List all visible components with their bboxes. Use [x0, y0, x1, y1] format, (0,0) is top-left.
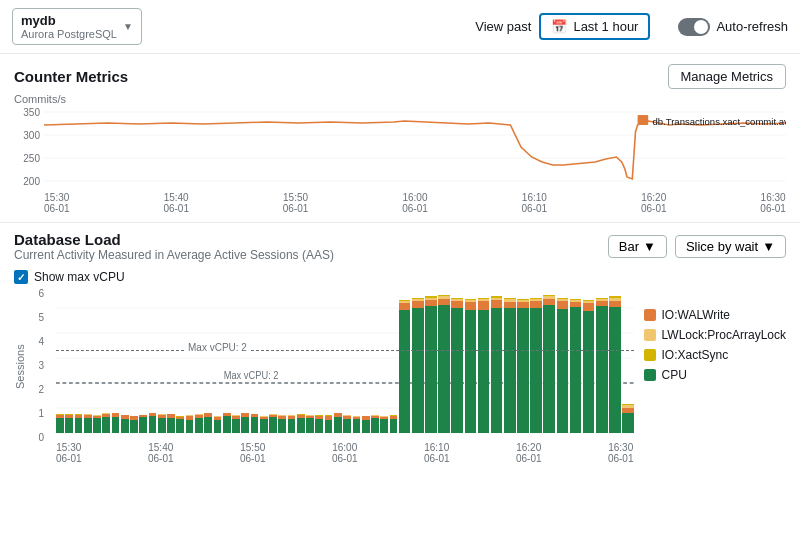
svg-rect-4	[638, 115, 649, 125]
bar-group	[241, 413, 249, 433]
bar-group	[557, 298, 569, 433]
bar-cpu	[93, 418, 101, 433]
bar-cpu	[517, 308, 529, 433]
db-load-title: Database Load	[14, 231, 334, 248]
bar-group	[399, 300, 411, 433]
bar-cpu	[543, 305, 555, 433]
bar-group	[214, 416, 222, 433]
auto-refresh-toggle[interactable]	[678, 18, 710, 36]
bar-cpu	[380, 419, 388, 433]
counter-chart-svg: db.Transactions.xact_commit.avg	[44, 107, 786, 187]
bar-cpu	[130, 420, 138, 433]
bar-cpu	[583, 311, 595, 433]
load-x-1550: 15:5006-01	[240, 442, 266, 464]
bar-cpu	[570, 307, 582, 433]
bar-cpu	[158, 418, 166, 433]
legend-color-iowalwrite	[644, 309, 656, 321]
bar-group	[380, 416, 388, 433]
bar-group	[186, 415, 194, 433]
x-tick-1630: 16:3006-01	[760, 192, 786, 214]
bar-wal	[412, 301, 424, 308]
checkmark-icon: ✓	[17, 272, 25, 283]
bar-cpu	[306, 418, 314, 433]
bar-cpu	[297, 418, 305, 433]
legend-lwlock: LWLock:ProcArrayLock	[644, 328, 786, 342]
x-tick-1620: 16:2006-01	[641, 192, 667, 214]
bar-group	[65, 414, 73, 433]
bar-wal	[451, 301, 463, 308]
load-x-1620: 16:2006-01	[516, 442, 542, 464]
view-past-input[interactable]: 📅 Last 1 hour	[539, 13, 650, 40]
slice-by-button[interactable]: Slice by wait ▼	[675, 235, 786, 258]
max-vcpu-line	[56, 350, 634, 351]
bar-cpu	[176, 419, 184, 433]
bar-group	[530, 298, 542, 433]
x-tick-1600: 16:0006-01	[402, 192, 428, 214]
bar-group	[176, 416, 184, 433]
bar-cpu	[399, 310, 411, 433]
bar-group	[93, 415, 101, 433]
bar-group	[491, 296, 503, 433]
bar-cpu	[195, 418, 203, 433]
load-x-1600: 16:0006-01	[332, 442, 358, 464]
top-bar: mydb Aurora PostgreSQL ▼ View past 📅 Las…	[0, 0, 800, 54]
bar-group	[596, 298, 608, 433]
load-x-1530: 15:3006-01	[56, 442, 82, 464]
bar-group	[371, 415, 379, 433]
bar-cpu	[204, 417, 212, 433]
chart-type-button[interactable]: Bar ▼	[608, 235, 667, 258]
show-max-vcpu-checkbox[interactable]: ✓	[14, 270, 28, 284]
bar-wal	[557, 301, 569, 309]
bar-cpu	[353, 419, 361, 433]
x-tick-1530: 15:3006-01	[44, 192, 70, 214]
bar-group	[504, 298, 516, 433]
bar-wal	[465, 302, 477, 310]
slice-chevron: ▼	[762, 239, 775, 254]
x-tick-1540: 15:4006-01	[163, 192, 189, 214]
counter-yaxis-nums: 350 300 250 200	[14, 107, 44, 187]
chevron-down-icon: ▼	[123, 21, 133, 32]
bar-group	[390, 415, 398, 433]
view-past-label: View past	[475, 19, 531, 34]
bar-cpu	[609, 307, 621, 433]
counter-yaxis-label: Commits/s	[14, 93, 786, 105]
bar-cpu	[139, 417, 147, 433]
auto-refresh-group: Auto-refresh	[678, 18, 788, 36]
bar-cpu	[260, 419, 268, 433]
legend-color-cpu	[644, 369, 656, 381]
bar-wal	[478, 301, 490, 309]
calendar-icon: 📅	[551, 19, 567, 34]
bar-group	[478, 298, 490, 433]
load-chart-container: Sessions 6 5 4 3 2 1 0	[14, 288, 786, 446]
bar-group	[543, 295, 555, 433]
db-selector[interactable]: mydb Aurora PostgreSQL ▼	[12, 8, 142, 45]
bar-cpu	[315, 419, 323, 433]
bar-group	[451, 298, 463, 433]
bar-group	[260, 416, 268, 433]
bar-cpu	[478, 310, 490, 433]
manage-metrics-button[interactable]: Manage Metrics	[668, 64, 786, 89]
bar-group	[288, 415, 296, 433]
bar-group	[353, 416, 361, 433]
load-x-1610: 16:1006-01	[424, 442, 450, 464]
load-yaxis-label: Sessions	[14, 288, 28, 446]
bar-cpu	[121, 419, 129, 433]
bar-group	[622, 404, 634, 433]
view-past-value: Last 1 hour	[573, 19, 638, 34]
bar-group	[362, 416, 370, 434]
bar-cpu	[241, 417, 249, 433]
bar-cpu	[343, 419, 351, 433]
bar-group	[75, 414, 83, 433]
bar-group	[306, 415, 314, 433]
legend-label-lwlock: LWLock:ProcArrayLock	[662, 328, 786, 342]
bar-cpu	[425, 306, 437, 433]
legend-color-xactsync	[644, 349, 656, 361]
legend-xactsync: IO:XactSync	[644, 348, 786, 362]
bar-group	[412, 298, 424, 433]
bar-group	[102, 413, 110, 433]
bar-wal	[399, 303, 411, 310]
db-load-header: Database Load Current Activity Measured …	[14, 231, 786, 262]
bar-wal	[491, 300, 503, 308]
chart-type-label: Bar	[619, 239, 639, 254]
bar-group	[609, 296, 621, 433]
